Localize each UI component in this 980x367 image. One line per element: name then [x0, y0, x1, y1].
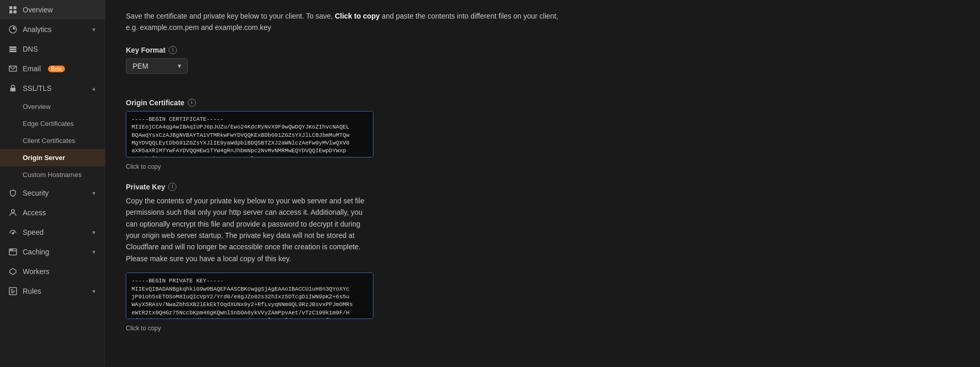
chart-icon — [8, 25, 18, 34]
sidebar-sub-label: Edge Certificates — [23, 120, 74, 127]
sidebar-item-workers[interactable]: Workers — [0, 262, 105, 281]
private-key-textarea[interactable] — [126, 273, 373, 319]
sidebar-item-label: Rules — [23, 287, 41, 295]
svg-point-11 — [12, 233, 14, 234]
sidebar-sub-label: Overview — [23, 103, 51, 110]
sidebar-sub-label: Custom Hostnames — [23, 171, 81, 179]
origin-cert-box-wrapper — [126, 111, 373, 159]
sidebar-item-email[interactable]: Email Beta — [0, 59, 105, 78]
sidebar-item-custom-hostnames[interactable]: Custom Hostnames — [0, 166, 105, 183]
sidebar-item-speed[interactable]: Speed ▼ — [0, 222, 105, 242]
origin-cert-section: Origin Certificate i Click to copy — [126, 99, 959, 170]
svg-point-15 — [12, 249, 13, 250]
svg-point-14 — [10, 249, 11, 250]
sidebar-item-label: Email — [23, 65, 41, 73]
dns-icon — [8, 44, 18, 54]
svg-rect-1 — [13, 6, 17, 9]
private-key-label: Private Key — [126, 183, 165, 191]
speed-icon — [8, 228, 18, 237]
sidebar-item-client-certificates[interactable]: Client Certificates — [0, 132, 105, 149]
sidebar-sub-label: Origin Server — [23, 154, 65, 162]
origin-cert-textarea[interactable] — [126, 111, 373, 157]
sidebar-item-security[interactable]: Security ▼ — [0, 183, 105, 203]
sidebar-item-label: Speed — [23, 228, 43, 236]
origin-cert-label-row: Origin Certificate i — [126, 99, 959, 107]
sidebar-item-label: Overview — [23, 6, 53, 14]
sidebar-item-label: Analytics — [23, 25, 52, 34]
key-format-select[interactable]: PEM DER PKCS12 — [126, 58, 188, 74]
svg-rect-5 — [9, 46, 17, 48]
chevron-down-icon: ▼ — [91, 190, 96, 196]
private-key-copy-link[interactable]: Click to copy — [126, 325, 959, 332]
svg-rect-6 — [9, 49, 17, 50]
workers-icon — [8, 267, 18, 276]
sidebar-item-rules[interactable]: Rules ▼ — [0, 281, 105, 301]
rules-icon — [8, 286, 18, 296]
email-icon — [8, 64, 18, 73]
sidebar-item-origin-server[interactable]: Origin Server — [0, 149, 105, 166]
sidebar-item-label: Security — [23, 189, 49, 197]
sidebar-item-access[interactable]: Access — [0, 203, 105, 222]
private-key-label-row: Private Key i — [126, 183, 959, 191]
sidebar-item-caching[interactable]: Caching ▼ — [0, 242, 105, 262]
sidebar-item-edge-certificates[interactable]: Edge Certificates — [0, 115, 105, 132]
private-key-box-wrapper — [126, 273, 373, 321]
origin-cert-copy-link[interactable]: Click to copy — [126, 163, 959, 170]
intro-paragraph: Save the certificate and private key bel… — [126, 10, 569, 34]
key-format-section: Key Format i PEM DER PKCS12 ▼ — [126, 46, 959, 88]
chevron-down-icon: ▼ — [91, 249, 96, 255]
sidebar-item-label: Caching — [23, 248, 49, 256]
origin-cert-info-icon[interactable]: i — [188, 99, 196, 107]
svg-rect-3 — [13, 10, 17, 13]
main-content: Save the certificate and private key bel… — [105, 0, 980, 367]
key-format-label-row: Key Format i — [126, 46, 959, 54]
intro-text-part1: Save the certificate and private key bel… — [126, 12, 335, 20]
access-icon — [8, 208, 18, 217]
sidebar: Overview Analytics ▼ DNS Ema — [0, 0, 105, 367]
private-key-info-icon[interactable]: i — [168, 183, 176, 191]
private-key-section: Private Key i Copy the contents of your … — [126, 183, 959, 332]
sidebar-item-label: SSL/TLS — [23, 84, 52, 92]
click-to-copy-instruction: Click to copy — [335, 12, 380, 20]
svg-marker-16 — [10, 268, 16, 275]
key-format-label: Key Format — [126, 46, 166, 54]
sidebar-item-dns[interactable]: DNS — [0, 39, 105, 59]
sidebar-item-label: Access — [23, 209, 46, 217]
chevron-down-icon: ▼ — [91, 289, 96, 294]
sidebar-item-analytics[interactable]: Analytics ▼ — [0, 20, 105, 39]
svg-point-10 — [11, 210, 14, 213]
svg-rect-2 — [9, 10, 12, 13]
shield-icon — [8, 188, 18, 198]
sidebar-item-label: Workers — [23, 267, 50, 276]
svg-rect-9 — [10, 88, 15, 91]
sidebar-item-ssl-tls[interactable]: SSL/TLS ▲ — [0, 78, 105, 98]
sidebar-item-overview[interactable]: Overview — [0, 0, 105, 20]
chevron-up-icon: ▲ — [91, 86, 96, 91]
grid-icon — [8, 5, 18, 14]
chevron-down-icon: ▼ — [91, 27, 96, 33]
origin-cert-label: Origin Certificate — [126, 99, 185, 107]
beta-badge: Beta — [48, 66, 65, 72]
key-format-select-wrapper: PEM DER PKCS12 ▼ — [126, 58, 188, 74]
sidebar-item-ssl-overview[interactable]: Overview — [0, 98, 105, 115]
sidebar-item-label: DNS — [23, 45, 38, 53]
svg-rect-0 — [9, 6, 12, 9]
svg-rect-7 — [9, 51, 17, 52]
chevron-down-icon: ▼ — [91, 230, 96, 235]
private-key-description: Copy the contents of your private key be… — [126, 195, 373, 264]
sidebar-sub-label: Client Certificates — [23, 137, 75, 145]
lock-icon — [8, 84, 18, 93]
key-format-info-icon[interactable]: i — [169, 46, 177, 54]
caching-icon — [8, 247, 18, 257]
